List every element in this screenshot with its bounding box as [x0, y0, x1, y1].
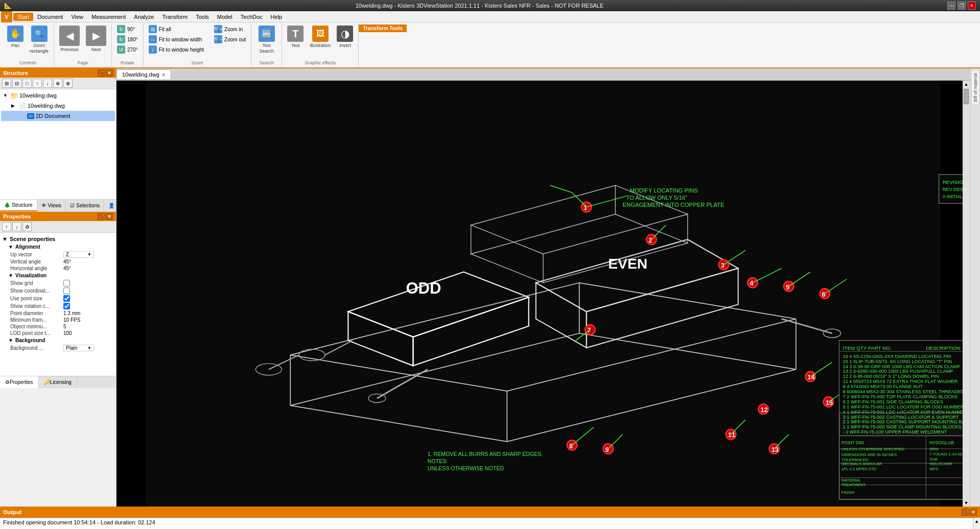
fit-all-button[interactable]: ⊞ Fit all — [147, 25, 206, 34]
rotate-90-label: 90° — [127, 27, 135, 32]
structure-pin-button[interactable]: 📌 — [98, 69, 105, 77]
prop-settings-button[interactable]: ⚙ — [22, 222, 32, 231]
views-tab-icon: 👁 — [41, 203, 46, 208]
doc-tab-close-button[interactable]: ✕ — [161, 72, 166, 78]
fit-width-label: Fit to window width — [159, 37, 202, 42]
struct-btn-2[interactable]: ⊟ — [12, 79, 21, 88]
output-content: Finished opening document 10:54:14 - Loa… — [0, 518, 973, 529]
show-coord-row: Show coordinat... — [2, 287, 114, 295]
zoom-out-button[interactable]: 🔍− Zoom out — [212, 35, 248, 44]
ribbon-group-graphic-effects: T Text 🖼 Illustration ◑ Invert Graphic e… — [282, 23, 359, 66]
rotate-270-button[interactable]: ↺ 270° — [115, 45, 140, 54]
previous-button[interactable]: ◀ Previous — [57, 25, 82, 54]
svg-text:MFG: MFG — [929, 467, 938, 471]
menu-item-transform[interactable]: Transform — [158, 13, 192, 21]
rotate-90-icon: ↻ — [117, 25, 125, 33]
scroll-up-button[interactable]: ▲ — [964, 82, 969, 87]
menu-item-help[interactable]: Help — [267, 13, 287, 21]
show-coord-checkbox[interactable] — [63, 287, 70, 294]
rotate-180-button[interactable]: ↻ 180° — [115, 35, 140, 44]
zoom-rectangle-button[interactable]: 🔍 Zoomrectangle — [28, 25, 51, 55]
transform-tools-header: Transform Tools — [359, 25, 407, 32]
visualization-arrow: ▼ — [8, 273, 13, 278]
tree-item-dwg[interactable]: ▶ 📄 10welding.dwg — [1, 101, 115, 111]
titlebar: 📐 10welding.dwg - Kisters 3DViewStation … — [0, 0, 980, 11]
doc-tab-10welding[interactable]: 10welding.dwg ✕ — [116, 69, 171, 79]
struct-btn-4[interactable]: ↑ — [33, 79, 42, 88]
v-menu-button[interactable]: V — [1, 11, 12, 22]
structure-tab-icon: 🌲 — [4, 202, 10, 208]
zoom-in-button[interactable]: 🔍+ Zoom in — [212, 25, 248, 34]
menu-item-measurement[interactable]: Measurement — [87, 13, 130, 21]
text-button[interactable]: T Text — [285, 25, 306, 50]
scroll-thumb[interactable] — [964, 89, 969, 104]
fit-width-button[interactable]: ↔ Fit to window width — [147, 35, 206, 44]
properties-pin-button[interactable]: 📌 — [98, 213, 105, 220]
illustration-button[interactable]: 🖼 Illustration — [308, 25, 333, 50]
close-button[interactable]: ✕ — [968, 2, 976, 10]
svg-text:3 1 WFF-FN-75-002 CASTING LOCA: 3 1 WFF-FN-75-002 CASTING LOCATOR & SUPP… — [843, 415, 959, 420]
background-header[interactable]: ▼ Background — [2, 336, 114, 344]
min-frame-label: Minimum fram... — [10, 317, 61, 323]
up-vector-value[interactable]: Z▼ — [63, 251, 94, 258]
min-frame-value: 10 FPS — [63, 317, 94, 323]
menu-item-techdoc[interactable]: TechDoc — [237, 13, 267, 21]
menu-item-analyze[interactable]: Analyze — [130, 13, 158, 21]
vertical-angle-row: Vertical angle 45° — [2, 258, 114, 265]
tab-selections[interactable]: ☑ Selections — [66, 200, 104, 211]
structure-close-button[interactable]: ✕ — [106, 69, 113, 77]
tab-properties[interactable]: ⚙ Properties — [0, 376, 39, 388]
pan-icon: ✋ — [7, 26, 24, 42]
tab-licensing[interactable]: 🔑 Licensing — [39, 376, 77, 388]
output-title: Output — [3, 509, 21, 515]
svg-text:13 2 6-6395-030-000 1000 LBS P: 13 2 6-6395-030-000 1000 LBS PUSH/PULL C… — [843, 369, 953, 374]
fit-height-button[interactable]: ↕ Fit to window height — [147, 45, 206, 54]
tab-views[interactable]: 👁 Views — [37, 200, 66, 211]
maximize-button[interactable]: ❐ — [958, 2, 966, 10]
zoom-in-icon: 🔍+ — [214, 25, 222, 33]
visualization-header[interactable]: ▼ Visualization — [2, 272, 114, 279]
background-mode-value[interactable]: Plain▼ — [63, 345, 94, 351]
properties-close-button[interactable]: ✕ — [106, 213, 113, 220]
scene-properties-header[interactable]: ▼ Scene properties — [2, 235, 114, 243]
next-button[interactable]: ▶ Next — [84, 25, 108, 54]
use-point-size-checkbox[interactable] — [63, 295, 70, 302]
output-scrollbar: ▲ ▼ — [973, 518, 980, 529]
text-search-button[interactable]: 🔤 TextSearch — [256, 25, 277, 55]
alignment-header[interactable]: ▼ Alignment — [2, 243, 114, 251]
struct-btn-6[interactable]: ⊕ — [53, 79, 62, 88]
pan-button[interactable]: ✋ Pan — [5, 25, 26, 50]
menu-item-document[interactable]: Document — [33, 13, 67, 21]
tree-item-root[interactable]: ▼ 📁 10welding.dwg — [1, 90, 115, 101]
structure-tab-label: Structure — [12, 202, 33, 208]
zoom-scrollbar[interactable]: ▲ ▼ — [963, 81, 970, 507]
invert-button[interactable]: ◑ Invert — [335, 25, 355, 50]
struct-btn-7[interactable]: ⊗ — [63, 79, 73, 88]
svg-text:5 1 WFF-FN-75-001 LOC LOCATOR : 5 1 WFF-FN-75-001 LOC LOCATOR FOR ODD NU… — [843, 404, 968, 410]
menu-item-view[interactable]: View — [67, 13, 87, 21]
lod-value: 100 — [63, 330, 94, 336]
show-rotation-checkbox[interactable] — [63, 303, 70, 309]
bill-of-material-button[interactable]: Bill of material — [971, 70, 979, 105]
background-arrow: ▼ — [8, 338, 13, 343]
output-close-button[interactable]: ✕ — [970, 509, 977, 516]
prop-up-button[interactable]: ↑ — [2, 222, 11, 231]
menu-item-model[interactable]: Model — [213, 13, 237, 21]
struct-btn-3[interactable]: □ — [22, 79, 32, 88]
menu-item-tools[interactable]: Tools — [192, 13, 213, 21]
show-grid-checkbox[interactable] — [63, 280, 70, 286]
struct-btn-5[interactable]: ↓ — [43, 79, 52, 88]
menu-item-start[interactable]: Start — [13, 13, 33, 21]
struct-btn-1[interactable]: ⊞ — [2, 79, 11, 88]
minimize-button[interactable]: — — [947, 2, 955, 10]
output-pin-button[interactable]: 📌 — [962, 509, 969, 516]
output-scroll-up[interactable]: ▲ — [974, 519, 979, 524]
tree-item-2d[interactable]: 2D 2D Document — [1, 111, 115, 121]
rotate-90-button[interactable]: ↻ 90° — [115, 25, 140, 34]
prop-down-button[interactable]: ↓ — [12, 222, 21, 231]
properties-panel: Properties 📌 ✕ ↑ ↓ ⚙ ▼ Scene properties — [0, 211, 116, 507]
tab-structure[interactable]: 🌲 Structure — [0, 200, 37, 211]
scroll-down-button[interactable]: ▼ — [964, 500, 969, 506]
horizontal-angle-value: 45° — [63, 266, 94, 271]
svg-text:DRN: DRN — [929, 447, 938, 451]
